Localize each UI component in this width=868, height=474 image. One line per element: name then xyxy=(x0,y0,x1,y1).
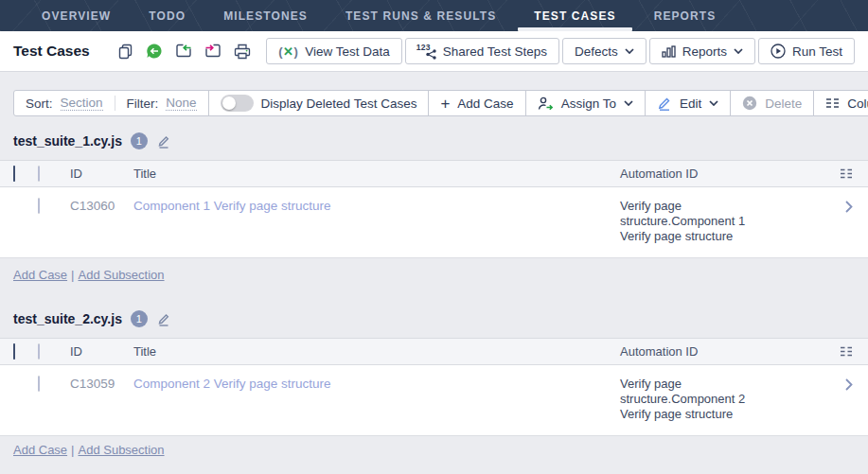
nav-tab-reports[interactable]: REPORTS xyxy=(635,0,735,31)
section-title: test_suite_2.cy.js xyxy=(13,311,122,326)
select-column-header[interactable] xyxy=(13,344,38,359)
shared-test-steps-button[interactable]: 123 Shared Test Steps xyxy=(405,38,559,64)
section-title: test_suite_1.cy.js xyxy=(13,133,122,149)
add-case-link[interactable]: Add Case xyxy=(13,268,67,282)
toggle-label: Display Deleted Test Cases xyxy=(261,97,417,111)
add-subsection-link[interactable]: Add Subsection xyxy=(78,443,164,457)
column-settings-icon[interactable] xyxy=(838,344,855,359)
view-test-data-button[interactable]: (✕) View Test Data xyxy=(266,38,402,64)
id-column-header: ID xyxy=(70,344,133,359)
section-header-1: test_suite_1.cy.js 1 xyxy=(13,132,855,149)
feedback-green-icon[interactable] xyxy=(144,41,165,61)
toolbar: Test Cases xyxy=(0,31,868,72)
top-nav: OVERVIEW TODO MILESTONES TEST RUNS & RES… xyxy=(0,0,868,31)
automation-id-column-header: Automation ID xyxy=(620,344,830,359)
table-row: C13060 Component 1 Verify page structure… xyxy=(0,187,868,258)
case-id: C13059 xyxy=(70,377,133,391)
case-table-2: ID Title Automation ID C13059 Component … xyxy=(0,338,868,436)
case-count-badge: 1 xyxy=(131,310,148,327)
table-header: ID Title Automation ID xyxy=(0,161,868,187)
display-deleted-toggle[interactable] xyxy=(221,95,254,112)
select-all-cell xyxy=(38,344,70,359)
edit-section-pencil-icon[interactable] xyxy=(156,133,171,149)
section-header-2: test_suite_2.cy.js 1 xyxy=(13,310,855,327)
function-x-icon: (✕) xyxy=(278,44,298,59)
assign-to-button[interactable]: Assign To xyxy=(525,90,646,116)
copy-icon[interactable] xyxy=(115,41,135,61)
sort-value-link[interactable]: Section xyxy=(61,96,103,111)
table-row: C13059 Component 2 Verify page structure… xyxy=(0,365,868,436)
title-column-header: Title xyxy=(133,344,620,359)
plus-icon: + xyxy=(440,96,450,112)
automation-id-column-header: Automation ID xyxy=(620,167,830,181)
divider xyxy=(115,96,115,111)
filter-label: Filter: xyxy=(127,97,159,111)
section-footer-links-1: Add Case|Add Subsection xyxy=(13,268,855,282)
sort-label: Sort: xyxy=(26,97,53,111)
toolbar-button-group: (✕) View Test Data 123 Shared Test Steps… xyxy=(266,38,855,64)
page-title: Test Cases xyxy=(13,43,90,60)
automation-id-value: Verify page structure.Component 2 Verify… xyxy=(620,377,762,422)
case-id: C13060 xyxy=(70,199,133,213)
add-case-link[interactable]: Add Case xyxy=(13,443,67,457)
edit-button[interactable]: Edit xyxy=(645,90,731,116)
print-icon[interactable] xyxy=(232,41,253,61)
case-count-badge: 1 xyxy=(131,132,148,149)
select-column-icon xyxy=(13,343,15,360)
select-column-header[interactable] xyxy=(13,167,38,181)
nav-tab-milestones[interactable]: MILESTONES xyxy=(204,0,327,31)
filter-bar: Sort: Section Filter: None Display Delet… xyxy=(13,90,855,116)
select-column-icon xyxy=(13,166,15,182)
export-icon[interactable] xyxy=(203,41,223,61)
assign-person-icon xyxy=(538,97,554,111)
select-all-checkbox[interactable] xyxy=(38,343,40,360)
sort-filter-segment: Sort: Section Filter: None xyxy=(13,90,209,116)
run-test-button[interactable]: Run Test xyxy=(758,38,855,64)
table-header: ID Title Automation ID xyxy=(0,339,868,365)
open-case-chevron-icon[interactable] xyxy=(843,199,855,215)
chevron-down-icon xyxy=(734,48,743,54)
deleted-cases-toggle-segment: Display Deleted Test Cases xyxy=(208,90,430,116)
columns-button[interactable]: Columns xyxy=(813,90,868,116)
shared-steps-123-icon: 123 xyxy=(417,44,436,59)
select-all-checkbox[interactable] xyxy=(38,166,40,182)
pencil-blue-icon xyxy=(657,96,672,111)
nav-tab-test-runs-results[interactable]: TEST RUNS & RESULTS xyxy=(327,0,515,31)
filter-value-link[interactable]: None xyxy=(166,96,196,111)
toolbar-icon-group xyxy=(115,41,253,61)
add-case-button[interactable]: + Add Case xyxy=(428,90,525,116)
column-settings-icon[interactable] xyxy=(838,167,855,181)
case-title-link[interactable]: Component 2 Verify page structure xyxy=(133,377,331,391)
title-column-header: Title xyxy=(133,167,620,181)
automation-id-value: Verify page structure.Component 1 Verify… xyxy=(620,199,762,244)
row-checkbox[interactable] xyxy=(38,376,40,392)
id-column-header: ID xyxy=(70,167,133,181)
import-icon[interactable] xyxy=(173,41,194,61)
delete-circle-icon xyxy=(742,96,757,111)
play-circle-icon xyxy=(771,44,786,59)
select-all-cell xyxy=(38,167,70,181)
nav-tab-test-cases[interactable]: TEST CASES xyxy=(515,0,634,31)
open-case-chevron-icon[interactable] xyxy=(843,377,855,393)
row-checkbox[interactable] xyxy=(38,198,40,214)
columns-icon xyxy=(825,97,840,109)
case-table-1: ID Title Automation ID C13060 Component … xyxy=(0,160,868,258)
chevron-down-icon xyxy=(709,100,718,106)
reports-dropdown-button[interactable]: Reports xyxy=(649,38,755,64)
toggle-knob xyxy=(222,97,236,110)
defects-dropdown-button[interactable]: Defects xyxy=(562,38,647,64)
chevron-down-icon xyxy=(625,48,634,54)
section-footer-links-2: Add Case|Add Subsection xyxy=(13,443,855,457)
nav-tab-overview[interactable]: OVERVIEW xyxy=(23,0,130,31)
edit-section-pencil-icon[interactable] xyxy=(156,311,171,326)
delete-button[interactable]: Delete xyxy=(730,90,814,116)
chevron-down-icon xyxy=(624,100,633,106)
nav-tab-todo[interactable]: TODO xyxy=(130,0,204,31)
bar-chart-icon xyxy=(662,45,676,58)
case-title-link[interactable]: Component 1 Verify page structure xyxy=(133,199,331,213)
add-subsection-link[interactable]: Add Subsection xyxy=(78,268,164,282)
